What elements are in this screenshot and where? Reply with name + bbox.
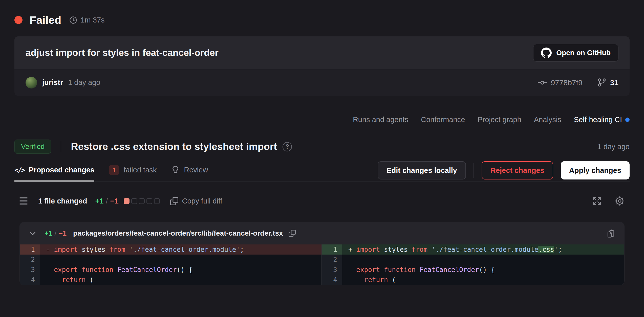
commit-meta-row: juristr 1 day ago 9778b7f9 31 [14,69,630,96]
fix-title: Restore .css extension to stylesheet imp… [71,141,277,152]
nav-label: Conformance [421,116,465,124]
copy-path-icon[interactable] [289,230,296,237]
nav-label: Runs and agents [353,116,408,124]
diff-line-added: 1+ import styles from './feat-cancel-ord… [322,244,624,255]
apply-changes-button[interactable]: Apply changes [561,161,630,179]
divider [61,141,61,152]
nav-item-conformance[interactable]: Conformance [421,116,465,124]
diff-line-ctx: 2 [20,255,321,265]
github-button-label: Open on GitHub [556,49,611,57]
commit-icon [538,78,547,87]
duration: 1m 37s [69,16,104,24]
branch-count: 31 [610,78,618,87]
diff-split-view: 1- import styles from './feat-cancel-ord… [20,244,624,285]
file-tree-toggle-icon[interactable] [19,197,28,205]
stat-separator: / [106,197,108,205]
tab-proposed-changes[interactable]: </> Proposed changes [14,165,94,182]
open-on-github-button[interactable]: Open on GitHub [533,44,618,62]
diff-pane-before: 1- import styles from './feat-cancel-ord… [20,244,322,285]
commit-time: 1 day ago [68,78,100,87]
diff-square-deletion [124,198,130,204]
nav-item-project-graph[interactable]: Project graph [478,116,521,124]
code-text: return ( [342,275,624,285]
diff-line-ctx: 4 return ( [322,275,624,285]
nav-item-analysis[interactable]: Analysis [534,116,561,124]
tab-failed-task[interactable]: 1 failed task [109,165,157,182]
diff-toolbar: 1 file changed +1 / −1 Copy full diff [19,196,625,206]
code-text [40,255,321,265]
code-text: return ( [40,275,321,285]
status-label: Failed [30,14,61,26]
commit-card-header: adjust import for styles in feat-cancel-… [14,36,630,69]
duration-text: 1m 37s [80,16,104,24]
nav-label: Analysis [534,116,561,124]
fix-time: 1 day ago [597,143,630,151]
diff-section: 1 file changed +1 / −1 Copy full diff [14,196,630,285]
author-name: juristr [42,78,63,87]
diff-line-ctx: 4 return ( [20,275,321,285]
diff-square-empty [131,198,137,204]
file-deletions: −1 [59,230,67,237]
avatar [26,77,37,88]
help-icon[interactable]: ? [283,142,292,151]
file-additions: +1 [45,230,52,237]
action-buttons: Edit changes locally Reject changes Appl… [378,161,630,179]
tab-label: Review [184,166,208,174]
tab-review[interactable]: Review [171,165,208,182]
copy-full-diff-label: Copy full diff [182,197,222,205]
code-text: + import styles from './feat-cancel-orde… [342,244,624,255]
deletions-count: −1 [110,197,119,205]
file-path: packages/orders/feat-cancel-order/src/li… [73,229,283,237]
tab-bar: </> Proposed changes 1 failed task Revie… [14,161,630,182]
code-text: export function FeatCancelOrder() { [40,265,321,275]
code-text [342,255,624,265]
stat-separator: / [55,230,57,237]
clock-icon [69,16,77,24]
nav-item-self-healing-ci[interactable]: Self-healing CI [574,116,630,124]
line-number: 4 [322,275,342,285]
code-text: - import styles from './feat-cancel-orde… [40,244,321,255]
reject-changes-button[interactable]: Reject changes [482,161,553,179]
git-branch-icon [597,78,606,87]
fix-header: Verified Restore .css extension to style… [14,140,630,154]
line-number: 4 [20,275,40,285]
chevron-down-icon[interactable] [29,230,36,237]
nav-label: Self-healing CI [574,116,622,124]
diff-file-header: +1 / −1 packages/orders/feat-cancel-orde… [20,222,624,244]
nav-item-runs-and-agents[interactable]: Runs and agents [353,116,408,124]
copy-full-diff-button[interactable]: Copy full diff [170,197,222,205]
diff-square-empty [146,198,152,204]
line-number: 3 [322,265,342,275]
diff-line-ctx: 2 [322,255,624,265]
github-icon [541,48,552,58]
tab-label: Proposed changes [29,166,94,174]
diff-file-card: +1 / −1 packages/orders/feat-cancel-orde… [19,222,625,285]
copy-file-contents-icon[interactable] [607,229,615,238]
commit-card: adjust import for styles in feat-cancel-… [14,36,630,96]
status-row: Failed 1m 37s [14,13,630,27]
notification-dot-icon [625,118,630,122]
diff-line-ctx: 3 export function FeatCancelOrder() { [20,265,321,275]
gear-icon[interactable] [615,196,625,206]
additions-count: +1 [95,197,103,205]
code-icon: </> [14,166,25,174]
edit-changes-locally-button[interactable]: Edit changes locally [378,161,466,179]
page-nav: Runs and agents Conformance Project grap… [14,116,630,124]
lightbulb-icon [171,166,180,174]
copy-icon [170,197,178,205]
tab-label: failed task [124,166,157,174]
line-number: 3 [20,265,40,275]
diff-square-empty [154,198,160,204]
failed-count-badge: 1 [109,165,119,175]
line-number: 1 [322,244,342,255]
nav-label: Project graph [478,116,521,124]
diff-line-ctx: 3 export function FeatCancelOrder() { [322,265,624,275]
divider [474,163,474,178]
files-changed-count: 1 file changed [38,197,87,205]
commit-hash-link[interactable]: 9778b7f9 [538,78,582,87]
branch-count-link[interactable]: 31 [597,78,618,87]
line-number: 2 [322,255,342,265]
diff-square-empty [139,198,145,204]
expand-icon[interactable] [592,196,602,206]
code-text: export function FeatCancelOrder() { [342,265,624,275]
